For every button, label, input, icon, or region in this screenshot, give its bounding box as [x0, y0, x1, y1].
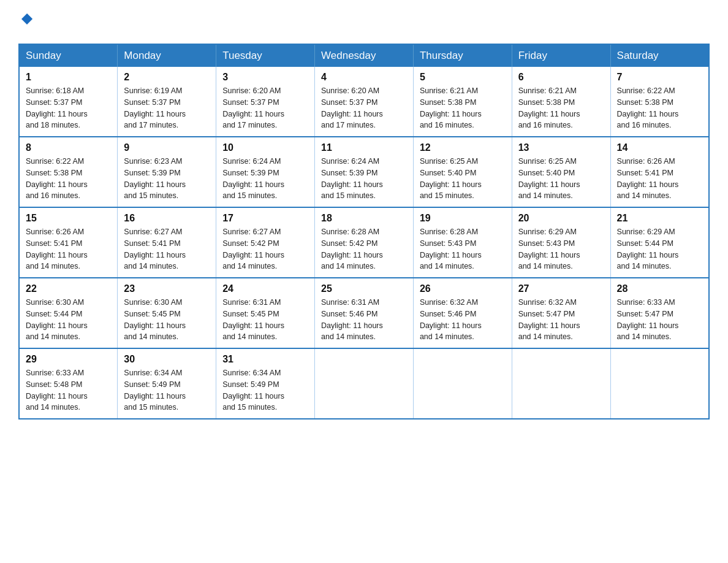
day-info: Sunrise: 6:20 AMSunset: 5:37 PMDaylight:… [222, 85, 308, 131]
day-number: 23 [124, 283, 210, 294]
day-number: 14 [617, 142, 702, 153]
calendar-day-cell: 22Sunrise: 6:30 AMSunset: 5:44 PMDayligh… [19, 278, 118, 348]
day-info: Sunrise: 6:26 AMSunset: 5:41 PMDaylight:… [26, 226, 111, 272]
day-info: Sunrise: 6:28 AMSunset: 5:42 PMDaylight:… [321, 226, 407, 272]
calendar-day-cell: 31Sunrise: 6:34 AMSunset: 5:49 PMDayligh… [216, 348, 315, 419]
day-number: 28 [617, 283, 702, 294]
day-info: Sunrise: 6:29 AMSunset: 5:44 PMDaylight:… [617, 226, 702, 272]
logo [18, 12, 34, 33]
day-of-week-header: Thursday [413, 44, 512, 67]
calendar-day-cell [315, 348, 414, 419]
calendar-day-cell: 5Sunrise: 6:21 AMSunset: 5:38 PMDaylight… [413, 67, 512, 137]
day-info: Sunrise: 6:34 AMSunset: 5:49 PMDaylight:… [222, 367, 308, 413]
day-number: 15 [26, 213, 111, 224]
calendar-day-cell: 28Sunrise: 6:33 AMSunset: 5:47 PMDayligh… [610, 278, 709, 348]
day-info: Sunrise: 6:23 AMSunset: 5:39 PMDaylight:… [124, 156, 210, 202]
calendar-week-row: 8Sunrise: 6:22 AMSunset: 5:38 PMDaylight… [19, 137, 709, 207]
day-info: Sunrise: 6:21 AMSunset: 5:38 PMDaylight:… [518, 85, 604, 131]
day-info: Sunrise: 6:24 AMSunset: 5:39 PMDaylight:… [321, 156, 407, 202]
day-info: Sunrise: 6:18 AMSunset: 5:37 PMDaylight:… [26, 85, 111, 131]
calendar-week-row: 15Sunrise: 6:26 AMSunset: 5:41 PMDayligh… [19, 207, 709, 278]
day-of-week-header: Monday [118, 44, 216, 67]
calendar-day-cell: 30Sunrise: 6:34 AMSunset: 5:49 PMDayligh… [118, 348, 216, 419]
calendar-week-row: 29Sunrise: 6:33 AMSunset: 5:48 PMDayligh… [19, 348, 709, 419]
calendar-day-cell: 19Sunrise: 6:28 AMSunset: 5:43 PMDayligh… [413, 207, 512, 278]
day-of-week-header: Wednesday [315, 44, 414, 67]
day-number: 17 [222, 213, 308, 224]
day-info: Sunrise: 6:21 AMSunset: 5:38 PMDaylight:… [420, 85, 506, 131]
day-number: 18 [321, 213, 407, 224]
day-info: Sunrise: 6:22 AMSunset: 5:38 PMDaylight:… [617, 85, 702, 131]
day-number: 29 [26, 354, 111, 365]
calendar-day-cell: 6Sunrise: 6:21 AMSunset: 5:38 PMDaylight… [512, 67, 610, 137]
calendar-day-cell: 25Sunrise: 6:31 AMSunset: 5:46 PMDayligh… [315, 278, 414, 348]
calendar-header-row: SundayMondayTuesdayWednesdayThursdayFrid… [19, 44, 709, 67]
day-number: 10 [222, 142, 308, 153]
calendar-day-cell: 23Sunrise: 6:30 AMSunset: 5:45 PMDayligh… [118, 278, 216, 348]
day-info: Sunrise: 6:25 AMSunset: 5:40 PMDaylight:… [420, 156, 506, 202]
calendar-day-cell: 18Sunrise: 6:28 AMSunset: 5:42 PMDayligh… [315, 207, 414, 278]
calendar-day-cell: 7Sunrise: 6:22 AMSunset: 5:38 PMDaylight… [610, 67, 709, 137]
day-info: Sunrise: 6:28 AMSunset: 5:43 PMDaylight:… [420, 226, 506, 272]
day-info: Sunrise: 6:26 AMSunset: 5:41 PMDaylight:… [617, 156, 702, 202]
day-number: 30 [124, 354, 210, 365]
calendar-day-cell: 2Sunrise: 6:19 AMSunset: 5:37 PMDaylight… [118, 67, 216, 137]
day-number: 25 [321, 283, 407, 294]
day-info: Sunrise: 6:25 AMSunset: 5:40 PMDaylight:… [518, 156, 604, 202]
calendar-day-cell: 20Sunrise: 6:29 AMSunset: 5:43 PMDayligh… [512, 207, 610, 278]
day-number: 16 [124, 213, 210, 224]
calendar-day-cell: 29Sunrise: 6:33 AMSunset: 5:48 PMDayligh… [19, 348, 118, 419]
calendar-day-cell: 3Sunrise: 6:20 AMSunset: 5:37 PMDaylight… [216, 67, 315, 137]
svg-marker-1 [27, 13, 32, 19]
day-number: 8 [26, 142, 111, 153]
day-number: 31 [222, 354, 308, 365]
day-info: Sunrise: 6:19 AMSunset: 5:37 PMDaylight:… [124, 85, 210, 131]
logo-icon [20, 12, 34, 28]
calendar-day-cell: 26Sunrise: 6:32 AMSunset: 5:46 PMDayligh… [413, 278, 512, 348]
day-number: 1 [26, 72, 111, 83]
calendar-day-cell: 4Sunrise: 6:20 AMSunset: 5:37 PMDaylight… [315, 67, 414, 137]
day-number: 9 [124, 142, 210, 153]
day-info: Sunrise: 6:31 AMSunset: 5:46 PMDaylight:… [321, 297, 407, 343]
day-info: Sunrise: 6:22 AMSunset: 5:38 PMDaylight:… [26, 156, 111, 202]
calendar-week-row: 22Sunrise: 6:30 AMSunset: 5:44 PMDayligh… [19, 278, 709, 348]
day-number: 22 [26, 283, 111, 294]
day-number: 26 [420, 283, 506, 294]
day-info: Sunrise: 6:20 AMSunset: 5:37 PMDaylight:… [321, 85, 407, 131]
calendar-day-cell: 17Sunrise: 6:27 AMSunset: 5:42 PMDayligh… [216, 207, 315, 278]
day-number: 4 [321, 72, 407, 83]
day-info: Sunrise: 6:30 AMSunset: 5:44 PMDaylight:… [26, 297, 111, 343]
calendar-day-cell: 10Sunrise: 6:24 AMSunset: 5:39 PMDayligh… [216, 137, 315, 207]
day-number: 2 [124, 72, 210, 83]
day-info: Sunrise: 6:34 AMSunset: 5:49 PMDaylight:… [124, 367, 210, 413]
calendar-day-cell [413, 348, 512, 419]
day-info: Sunrise: 6:29 AMSunset: 5:43 PMDaylight:… [518, 226, 604, 272]
day-info: Sunrise: 6:33 AMSunset: 5:48 PMDaylight:… [26, 367, 111, 413]
day-of-week-header: Friday [512, 44, 610, 67]
calendar-day-cell: 24Sunrise: 6:31 AMSunset: 5:45 PMDayligh… [216, 278, 315, 348]
day-info: Sunrise: 6:27 AMSunset: 5:42 PMDaylight:… [222, 226, 308, 272]
day-info: Sunrise: 6:32 AMSunset: 5:46 PMDaylight:… [420, 297, 506, 343]
day-number: 7 [617, 72, 702, 83]
calendar-day-cell: 8Sunrise: 6:22 AMSunset: 5:38 PMDaylight… [19, 137, 118, 207]
calendar-day-cell: 13Sunrise: 6:25 AMSunset: 5:40 PMDayligh… [512, 137, 610, 207]
calendar-day-cell: 9Sunrise: 6:23 AMSunset: 5:39 PMDaylight… [118, 137, 216, 207]
calendar-table: SundayMondayTuesdayWednesdayThursdayFrid… [18, 44, 710, 419]
day-info: Sunrise: 6:32 AMSunset: 5:47 PMDaylight:… [518, 297, 604, 343]
day-of-week-header: Saturday [610, 44, 709, 67]
day-number: 21 [617, 213, 702, 224]
day-number: 5 [420, 72, 506, 83]
day-number: 20 [518, 213, 604, 224]
day-info: Sunrise: 6:33 AMSunset: 5:47 PMDaylight:… [617, 297, 702, 343]
day-number: 11 [321, 142, 407, 153]
calendar-day-cell: 16Sunrise: 6:27 AMSunset: 5:41 PMDayligh… [118, 207, 216, 278]
day-number: 12 [420, 142, 506, 153]
calendar-day-cell: 27Sunrise: 6:32 AMSunset: 5:47 PMDayligh… [512, 278, 610, 348]
calendar-day-cell: 14Sunrise: 6:26 AMSunset: 5:41 PMDayligh… [610, 137, 709, 207]
day-number: 6 [518, 72, 604, 83]
calendar-day-cell [610, 348, 709, 419]
day-of-week-header: Sunday [19, 44, 118, 67]
calendar-week-row: 1Sunrise: 6:18 AMSunset: 5:37 PMDaylight… [19, 67, 709, 137]
day-info: Sunrise: 6:31 AMSunset: 5:45 PMDaylight:… [222, 297, 308, 343]
day-number: 13 [518, 142, 604, 153]
